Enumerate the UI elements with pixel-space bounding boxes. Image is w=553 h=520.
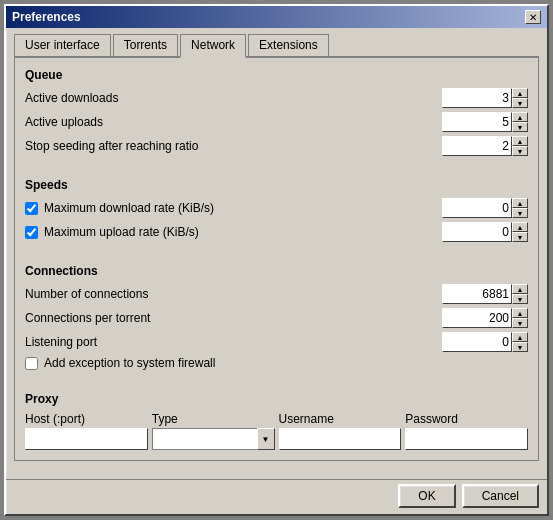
proxy-password-col: Password — [405, 412, 528, 450]
max-download-spinner: ▲ ▼ — [442, 198, 528, 218]
active-uploads-buttons: ▲ ▼ — [512, 112, 528, 132]
max-download-down[interactable]: ▼ — [512, 208, 528, 218]
num-connections-up[interactable]: ▲ — [512, 284, 528, 294]
proxy-host-input[interactable] — [25, 428, 148, 450]
num-connections-input[interactable] — [442, 284, 512, 304]
active-uploads-spinner: ▲ ▼ — [442, 112, 528, 132]
max-download-label: Maximum download rate (KiB/s) — [44, 201, 442, 215]
close-button[interactable]: ✕ — [525, 10, 541, 24]
proxy-type-col: Type ▼ — [152, 412, 275, 450]
speeds-section-title: Speeds — [25, 178, 528, 192]
listening-port-label: Listening port — [25, 335, 442, 349]
listening-port-up[interactable]: ▲ — [512, 332, 528, 342]
num-connections-row: Number of connections ▲ ▼ — [25, 284, 528, 304]
proxy-section-title: Proxy — [25, 392, 528, 406]
stop-seeding-up[interactable]: ▲ — [512, 136, 528, 146]
max-upload-checkbox-row: Maximum upload rate (KiB/s) — [25, 225, 442, 239]
firewall-label: Add exception to system firewall — [44, 356, 215, 370]
max-download-checkbox[interactable] — [25, 202, 38, 215]
active-downloads-input[interactable] — [442, 88, 512, 108]
window-content: User interface Torrents Network Extensio… — [6, 28, 547, 469]
proxy-grid: Host (:port) Type ▼ Username — [25, 412, 528, 450]
proxy-host-label: Host (:port) — [25, 412, 148, 426]
tab-content-network: Queue Active downloads ▲ ▼ Active upload… — [14, 58, 539, 461]
proxy-username-input[interactable] — [279, 428, 402, 450]
tab-torrents[interactable]: Torrents — [113, 34, 178, 56]
per-torrent-label: Connections per torrent — [25, 311, 442, 325]
max-upload-spinner: ▲ ▼ — [442, 222, 528, 242]
active-uploads-up[interactable]: ▲ — [512, 112, 528, 122]
active-downloads-label: Active downloads — [25, 91, 442, 105]
max-upload-down[interactable]: ▼ — [512, 232, 528, 242]
max-upload-row: Maximum upload rate (KiB/s) ▲ ▼ — [25, 222, 528, 242]
active-downloads-spinner: ▲ ▼ — [442, 88, 528, 108]
proxy-username-col: Username — [279, 412, 402, 450]
tabs-bar: User interface Torrents Network Extensio… — [14, 34, 539, 58]
title-bar: Preferences ✕ — [6, 6, 547, 28]
per-torrent-down[interactable]: ▼ — [512, 318, 528, 328]
listening-port-down[interactable]: ▼ — [512, 342, 528, 352]
max-upload-label: Maximum upload rate (KiB/s) — [44, 225, 442, 239]
proxy-type-select-container: ▼ — [152, 428, 275, 450]
stop-seeding-input[interactable] — [442, 136, 512, 156]
stop-seeding-row: Stop seeding after reaching ratio ▲ ▼ — [25, 136, 528, 156]
per-torrent-up[interactable]: ▲ — [512, 308, 528, 318]
firewall-row: Add exception to system firewall — [25, 356, 528, 370]
connections-section-title: Connections — [25, 264, 528, 278]
preferences-window: Preferences ✕ User interface Torrents Ne… — [4, 4, 549, 516]
proxy-type-label: Type — [152, 412, 275, 426]
proxy-password-label: Password — [405, 412, 528, 426]
cancel-button[interactable]: Cancel — [462, 484, 539, 508]
num-connections-label: Number of connections — [25, 287, 442, 301]
proxy-type-select[interactable] — [152, 428, 275, 450]
max-upload-buttons: ▲ ▼ — [512, 222, 528, 242]
active-uploads-row: Active uploads ▲ ▼ — [25, 112, 528, 132]
ok-button[interactable]: OK — [398, 484, 455, 508]
max-download-checkbox-row: Maximum download rate (KiB/s) — [25, 201, 442, 215]
per-torrent-buttons: ▲ ▼ — [512, 308, 528, 328]
stop-seeding-spinner: ▲ ▼ — [442, 136, 528, 156]
active-downloads-row: Active downloads ▲ ▼ — [25, 88, 528, 108]
dialog-buttons: OK Cancel — [6, 479, 547, 514]
active-downloads-buttons: ▲ ▼ — [512, 88, 528, 108]
num-connections-spinner: ▲ ▼ — [442, 284, 528, 304]
listening-port-spinner: ▲ ▼ — [442, 332, 528, 352]
firewall-checkbox[interactable] — [25, 357, 38, 370]
active-uploads-label: Active uploads — [25, 115, 442, 129]
tab-extensions[interactable]: Extensions — [248, 34, 329, 56]
stop-seeding-label: Stop seeding after reaching ratio — [25, 139, 442, 153]
listening-port-row: Listening port ▲ ▼ — [25, 332, 528, 352]
num-connections-down[interactable]: ▼ — [512, 294, 528, 304]
listening-port-input[interactable] — [442, 332, 512, 352]
proxy-username-label: Username — [279, 412, 402, 426]
max-upload-up[interactable]: ▲ — [512, 222, 528, 232]
queue-section-title: Queue — [25, 68, 528, 82]
active-downloads-up[interactable]: ▲ — [512, 88, 528, 98]
proxy-password-input[interactable] — [405, 428, 528, 450]
max-download-buttons: ▲ ▼ — [512, 198, 528, 218]
max-upload-input[interactable] — [442, 222, 512, 242]
proxy-host-col: Host (:port) — [25, 412, 148, 450]
active-downloads-down[interactable]: ▼ — [512, 98, 528, 108]
max-download-row: Maximum download rate (KiB/s) ▲ ▼ — [25, 198, 528, 218]
active-uploads-down[interactable]: ▼ — [512, 122, 528, 132]
max-download-input[interactable] — [442, 198, 512, 218]
active-uploads-input[interactable] — [442, 112, 512, 132]
max-download-up[interactable]: ▲ — [512, 198, 528, 208]
tab-network[interactable]: Network — [180, 34, 246, 58]
stop-seeding-down[interactable]: ▼ — [512, 146, 528, 156]
listening-port-buttons: ▲ ▼ — [512, 332, 528, 352]
per-torrent-row: Connections per torrent ▲ ▼ — [25, 308, 528, 328]
tab-user-interface[interactable]: User interface — [14, 34, 111, 56]
num-connections-buttons: ▲ ▼ — [512, 284, 528, 304]
window-title: Preferences — [12, 10, 81, 24]
per-torrent-spinner: ▲ ▼ — [442, 308, 528, 328]
stop-seeding-buttons: ▲ ▼ — [512, 136, 528, 156]
per-torrent-input[interactable] — [442, 308, 512, 328]
max-upload-checkbox[interactable] — [25, 226, 38, 239]
